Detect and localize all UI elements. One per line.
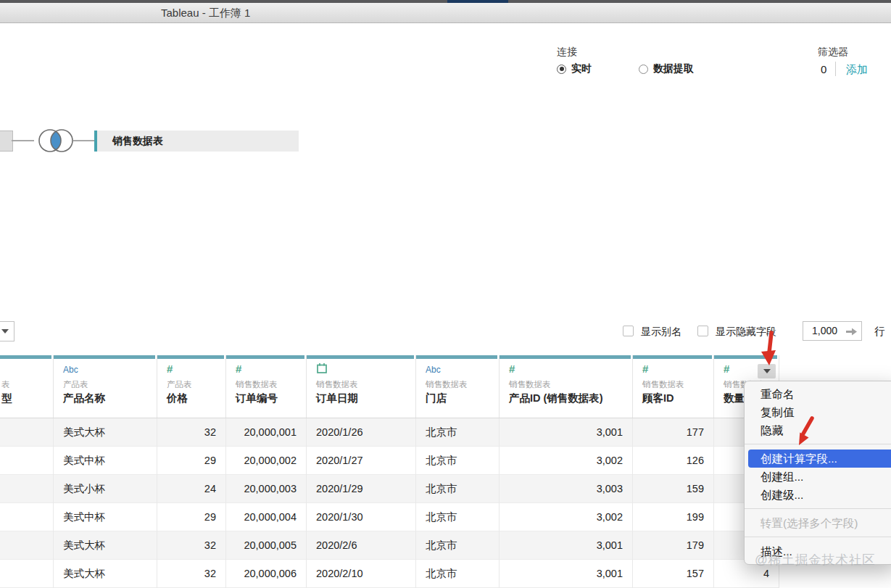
table-cell[interactable]: 2020/2/10 xyxy=(307,560,416,588)
filters-divider xyxy=(835,62,836,76)
column-header[interactable]: #销售数据表顾客ID xyxy=(633,355,714,418)
radio-unselected-icon[interactable] xyxy=(639,65,648,74)
menu-item[interactable]: 创建组... xyxy=(745,468,891,486)
column-header[interactable]: Abc销售数据表门店 xyxy=(416,355,500,418)
table-row[interactable]: 美式小杯2420,000,0032020/1/29北京市3,003159 xyxy=(0,475,779,503)
table-cell[interactable]: 126 xyxy=(633,447,714,475)
table-cell[interactable]: 2020/2/6 xyxy=(307,531,416,560)
table-cell[interactable]: 20,000,005 xyxy=(226,531,307,560)
tableau-window: Tableau - 工作簿 1 连接 实时 数据提取 筛选器 0 添加 销售数据… xyxy=(0,0,891,588)
table-cell[interactable]: 3,002 xyxy=(500,503,633,531)
table-row[interactable]: 美式大杯3220,000,0052020/2/6北京市3,001179 xyxy=(0,531,779,560)
table-cell[interactable] xyxy=(0,447,54,475)
show-hidden-fields-checkbox[interactable] xyxy=(697,326,708,336)
rows-unit-label: 行 xyxy=(874,325,885,339)
table-cell[interactable]: 美式中杯 xyxy=(54,447,157,475)
column-header[interactable]: 销售数据表订单日期 xyxy=(307,355,416,418)
table-cell[interactable]: 3,001 xyxy=(500,418,633,447)
table-cell[interactable]: 3,001 xyxy=(500,531,633,560)
table-cell[interactable]: 2020/1/26 xyxy=(307,418,416,447)
table-cell[interactable] xyxy=(0,531,54,560)
table-cell[interactable]: 美式中杯 xyxy=(54,503,157,531)
menu-item[interactable]: 创建计算字段... xyxy=(748,450,891,468)
context-menu: 重命名复制值隐藏创建计算字段...创建组...创建级...转置(选择多个字段)描… xyxy=(744,381,891,565)
watermark: @稀土掘金技术社区 xyxy=(755,551,876,568)
column-accent-bar xyxy=(157,355,224,359)
table-cell[interactable]: 20,000,002 xyxy=(226,447,307,475)
table-cell[interactable]: 北京市 xyxy=(416,531,500,560)
grid-body: 美式大杯3220,000,0012020/1/26北京市3,001177美式中杯… xyxy=(0,418,779,588)
table-cell[interactable]: 199 xyxy=(633,503,714,531)
column-table-name: 销售数据表 xyxy=(509,379,551,390)
table-cell[interactable]: 20,000,004 xyxy=(226,503,307,531)
table-cell[interactable]: 159 xyxy=(633,475,714,503)
table-row[interactable]: 美式中杯2920,000,0022020/1/27北京市3,002126 xyxy=(0,447,779,475)
filters-add-button[interactable]: 添加 xyxy=(846,63,868,77)
table-cell[interactable]: 3,001 xyxy=(500,560,633,588)
table-cell[interactable]: 157 xyxy=(633,560,714,588)
menu-item[interactable]: 重命名 xyxy=(745,385,891,403)
table-cell[interactable]: 177 xyxy=(633,418,714,447)
menu-item[interactable]: 隐藏 xyxy=(745,421,891,439)
table-cell[interactable]: 32 xyxy=(157,418,226,447)
table-cell[interactable]: 32 xyxy=(157,560,226,588)
table-cell[interactable]: 179 xyxy=(633,531,714,560)
table-cell[interactable]: 美式小杯 xyxy=(54,475,157,503)
column-header[interactable]: Abc产品表产品名称 xyxy=(54,355,157,418)
table-cell[interactable]: 北京市 xyxy=(416,560,500,588)
connection-extract-label: 数据提取 xyxy=(653,62,694,75)
table-cell[interactable] xyxy=(0,560,54,588)
radio-selected-icon[interactable] xyxy=(557,65,566,74)
table-cell[interactable]: 3,002 xyxy=(500,447,633,475)
table-cell[interactable]: 29 xyxy=(157,503,226,531)
table-cell[interactable]: 24 xyxy=(157,475,226,503)
column-table-name: 销售数据表 xyxy=(316,379,358,390)
menu-separator xyxy=(745,444,891,444)
menu-item[interactable]: 创建级... xyxy=(745,486,891,504)
table-row[interactable]: 美式大杯3220,000,0012020/1/26北京市3,001177 xyxy=(0,418,779,447)
table-cell[interactable]: 32 xyxy=(157,531,226,560)
table-cell[interactable]: 北京市 xyxy=(416,418,500,447)
table-cell[interactable]: 2020/1/30 xyxy=(307,503,416,531)
column-accent-bar xyxy=(500,355,631,359)
table-cell[interactable]: 美式大杯 xyxy=(54,560,157,588)
column-header[interactable]: #产品表价格 xyxy=(157,355,226,418)
table-cell[interactable]: 2020/1/27 xyxy=(307,447,416,475)
table-cell[interactable]: 美式大杯 xyxy=(54,531,157,560)
table-cell[interactable]: 2020/1/29 xyxy=(307,475,416,503)
table-cell[interactable]: 29 xyxy=(157,447,226,475)
column-header[interactable]: #销售数据表产品ID (销售数据表) xyxy=(500,355,633,418)
table-row[interactable]: 美式中杯2920,000,0042020/1/30北京市3,002199 xyxy=(0,503,779,531)
menu-item[interactable]: 复制值 xyxy=(745,403,891,421)
table-cell[interactable]: 北京市 xyxy=(416,447,500,475)
connection-live-label: 实时 xyxy=(571,62,592,75)
table-cell[interactable] xyxy=(0,475,54,503)
load-rows-arrow-icon[interactable] xyxy=(845,327,858,336)
column-field-name: 订单日期 xyxy=(316,392,358,405)
column-header[interactable]: #销售数据表订单编号 xyxy=(226,355,307,418)
date-type-icon xyxy=(316,363,328,374)
title-bar: Tableau - 工作簿 1 xyxy=(0,3,891,23)
connection-live-option[interactable]: 实时 xyxy=(557,63,592,75)
table-cell[interactable]: 3,003 xyxy=(500,475,633,503)
column-field-name: 顾客ID xyxy=(642,392,674,405)
table-cell[interactable] xyxy=(0,418,54,447)
column-menu-button[interactable] xyxy=(758,364,776,378)
column-accent-bar xyxy=(416,355,497,359)
connection-extract-option[interactable]: 数据提取 xyxy=(639,63,694,75)
column-table-name: 产品表 xyxy=(167,379,192,390)
table-row[interactable]: 美式大杯3220,000,0062020/2/10北京市3,0011574 xyxy=(0,560,779,588)
logical-table[interactable]: 销售数据表 xyxy=(94,131,299,152)
table-cell[interactable]: 北京市 xyxy=(416,475,500,503)
column-header[interactable]: 表型 xyxy=(0,355,54,418)
table-cell[interactable]: 20,000,001 xyxy=(226,418,307,447)
show-aliases-checkbox[interactable] xyxy=(623,326,634,336)
row-limit-input[interactable]: 1,000 xyxy=(803,321,862,341)
table-cell[interactable]: 北京市 xyxy=(416,503,500,531)
column-accent-bar xyxy=(226,355,304,359)
table-cell[interactable]: 20,000,003 xyxy=(226,475,307,503)
sort-fields-dropdown[interactable] xyxy=(0,321,14,341)
table-cell[interactable]: 美式大杯 xyxy=(54,418,157,447)
table-cell[interactable]: 20,000,006 xyxy=(226,560,307,588)
table-cell[interactable] xyxy=(0,503,54,531)
